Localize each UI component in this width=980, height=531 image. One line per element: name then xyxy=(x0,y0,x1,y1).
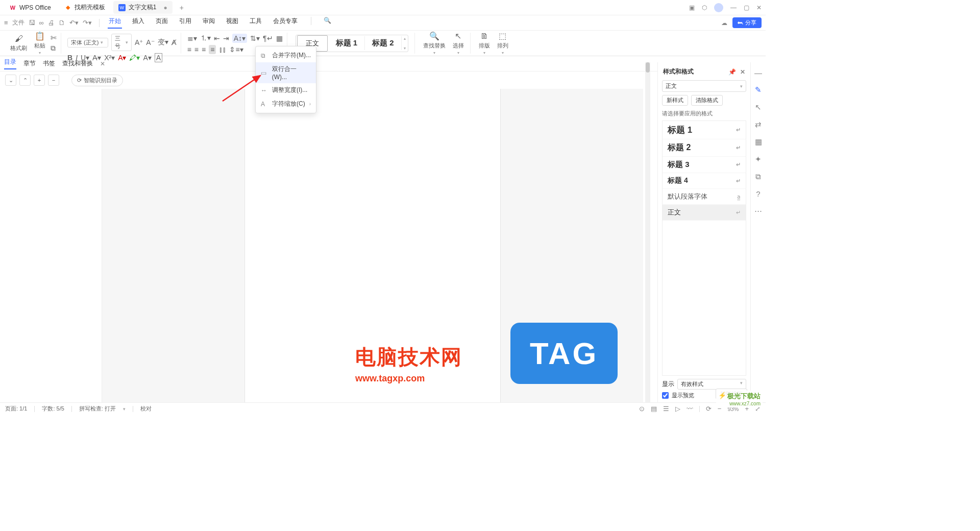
format-brush-button[interactable]: 🖌 格式刷 xyxy=(8,34,29,52)
new-style-button[interactable]: 新样式 xyxy=(662,95,688,106)
style-row-heading1[interactable]: 标题 1↵ xyxy=(663,121,746,139)
nav-tab-findreplace[interactable]: 查找和替换 xyxy=(62,59,93,68)
search-icon[interactable]: 🔍 xyxy=(324,17,331,29)
align-center-icon[interactable]: ≡ xyxy=(194,45,199,54)
find-replace-button[interactable]: 🔍 查找替换▾ xyxy=(421,31,448,55)
superscript-icon[interactable]: X²▾ xyxy=(104,54,115,62)
device-icon[interactable]: ⧉ xyxy=(755,172,761,181)
menu-char-scale[interactable]: A 字符缩放(C) › xyxy=(256,97,316,111)
proof-status[interactable]: 校对 xyxy=(140,405,152,413)
style-row-heading2[interactable]: 标题 2↵ xyxy=(663,139,746,157)
arrange-button[interactable]: ⬚ 排列▾ xyxy=(495,31,510,55)
nav-tab-toc[interactable]: 目录 xyxy=(4,58,16,69)
cloud-icon[interactable]: ☁ xyxy=(721,19,727,27)
add-button[interactable]: + xyxy=(34,75,45,86)
style-heading2[interactable]: 标题 2 xyxy=(365,36,402,50)
clear-format-button[interactable]: 清除格式 xyxy=(691,95,723,106)
shrink-font-icon[interactable]: A⁻ xyxy=(146,38,154,46)
select-tool-icon[interactable]: ↖ xyxy=(755,103,762,112)
close-icon[interactable]: ✕ xyxy=(740,68,745,76)
tab-templates[interactable]: ◆ 找稻壳模板 xyxy=(59,1,110,14)
ribbon-tab-tools[interactable]: 工具 xyxy=(249,17,263,29)
window-minimize-icon[interactable]: — xyxy=(730,4,737,11)
paste-button[interactable]: 📋 粘贴▾ xyxy=(32,31,47,55)
ribbon-tab-review[interactable]: 审阅 xyxy=(202,17,216,29)
menu-two-lines-one[interactable]: ▭ 双行合一(W)... xyxy=(256,62,316,83)
more-icon[interactable]: ⋯ xyxy=(754,206,762,215)
change-case-icon[interactable]: 变▾ xyxy=(158,38,168,47)
nav-tab-chapter[interactable]: 章节 xyxy=(23,59,36,68)
align-right-icon[interactable]: ≡ xyxy=(202,45,206,54)
expand-button[interactable]: ⌃ xyxy=(19,75,31,86)
pin-icon[interactable]: 📌 xyxy=(728,68,736,76)
font-size-combo[interactable]: 三号▾ xyxy=(111,34,132,51)
smart-toc-button[interactable]: ⟳ 智能识别目录 xyxy=(71,75,123,86)
thumbnail-icon[interactable]: ▦ xyxy=(755,137,762,147)
shading-icon[interactable]: A▾ xyxy=(143,54,151,62)
grow-font-icon[interactable]: A⁺ xyxy=(135,38,143,46)
word-count[interactable]: 字数: 5/5 xyxy=(42,405,64,413)
distribute-icon[interactable]: ⫿⫿ xyxy=(219,45,226,54)
page-view-icon[interactable]: ▤ xyxy=(651,405,657,413)
style-row-heading3[interactable]: 标题 3↵ xyxy=(663,157,746,173)
asian-layout-icon[interactable]: A↕▾ xyxy=(232,34,247,43)
indent-icon[interactable]: ⇥ xyxy=(223,34,229,42)
borders-icon[interactable]: ▦ xyxy=(276,34,283,42)
web-view-icon[interactable]: ▷ xyxy=(675,405,680,413)
nav-pane-icon[interactable]: ⇄ xyxy=(755,120,762,129)
gallery-more-icon[interactable]: ▴▾ xyxy=(402,35,408,52)
spell-status[interactable]: 拼写检查: 打开 xyxy=(79,405,116,413)
style-row-heading4[interactable]: 标题 4↵ xyxy=(663,173,746,189)
preview-icon[interactable]: 🗋 xyxy=(59,19,65,27)
sort-icon[interactable]: ⇅▾ xyxy=(250,34,260,42)
outdent-icon[interactable]: ⇤ xyxy=(214,34,220,42)
display-combo[interactable]: 有效样式 ▾ xyxy=(677,379,746,390)
menu-fit-width[interactable]: ↔ 调整宽度(I)... xyxy=(256,83,316,97)
font-name-combo[interactable]: 宋体 (正文)▾ xyxy=(67,38,108,47)
focus-mode-icon[interactable]: ⊙ xyxy=(639,405,645,413)
cut-icon[interactable]: ✄ xyxy=(51,34,57,42)
tab-close-icon[interactable]: ● xyxy=(163,4,167,11)
line-spacing-icon[interactable]: ⇕≡▾ xyxy=(229,45,243,54)
page-status[interactable]: 页面: 1/1 xyxy=(5,405,27,413)
new-tab-button[interactable]: + xyxy=(180,4,184,12)
style-heading1[interactable]: 标题 1 xyxy=(329,36,365,50)
ribbon-tab-page[interactable]: 页面 xyxy=(155,17,169,29)
collapse-button[interactable]: ⌄ xyxy=(5,75,16,86)
ribbon-tab-insert[interactable]: 插入 xyxy=(131,17,145,29)
edit-pencil-icon[interactable]: ✎ xyxy=(755,85,762,94)
remove-button[interactable]: − xyxy=(48,75,59,86)
align-left-icon[interactable]: ≡ xyxy=(187,45,191,54)
vertical-scrollbar[interactable] xyxy=(645,62,650,402)
select-button[interactable]: ↖ 选择▾ xyxy=(451,31,466,55)
user-avatar-icon[interactable] xyxy=(714,3,723,12)
print-icon[interactable]: 🖨 xyxy=(48,19,55,27)
settings-icon[interactable]: ✦ xyxy=(755,155,762,164)
ribbon-tab-vip[interactable]: 会员专享 xyxy=(272,17,299,29)
align-justify-icon[interactable]: ≡ xyxy=(209,45,216,54)
char-border-icon[interactable]: A xyxy=(155,53,162,62)
help-icon[interactable]: ? xyxy=(756,189,760,198)
window-close-icon[interactable]: ✕ xyxy=(756,4,762,11)
read-view-icon[interactable]: ☰ xyxy=(663,405,669,413)
current-style-combo[interactable]: 正文 ▾ xyxy=(662,80,746,92)
outline-view-icon[interactable]: 〰 xyxy=(687,405,693,413)
numbering-icon[interactable]: ⒈▾ xyxy=(200,34,211,43)
nav-close-icon[interactable]: ✕ xyxy=(100,60,105,67)
ribbon-tab-view[interactable]: 视图 xyxy=(225,17,239,29)
nav-tab-bookmark[interactable]: 书签 xyxy=(43,59,55,68)
menu-combine-chars[interactable]: ⧉ 合并字符(M)... xyxy=(256,49,316,62)
ribbon-tab-reference[interactable]: 引用 xyxy=(178,17,192,29)
ribbon-tab-start[interactable]: 开始 xyxy=(108,17,122,29)
clear-format-icon[interactable]: A̸ xyxy=(172,38,177,46)
layout-button[interactable]: 🗎 排版▾ xyxy=(477,32,492,55)
checkbox-input[interactable] xyxy=(662,392,669,399)
toggle-marks-icon[interactable]: ¶↵ xyxy=(263,34,273,42)
style-row-normal[interactable]: 正文↵ xyxy=(663,205,746,221)
cube-icon[interactable]: ⬡ xyxy=(702,4,707,11)
file-menu[interactable]: 文件 xyxy=(12,18,24,27)
collapse-panel-icon[interactable]: — xyxy=(754,68,762,77)
menu-icon[interactable]: ≡ xyxy=(4,19,8,27)
undo-icon[interactable]: ↶▾ xyxy=(69,19,79,27)
reader-mode-icon[interactable]: ▣ xyxy=(689,4,695,11)
